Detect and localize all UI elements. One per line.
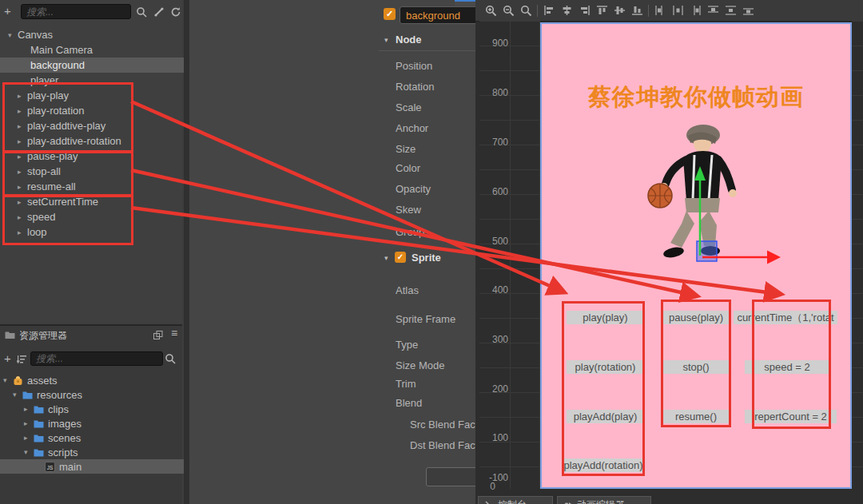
asset-label: resources <box>37 389 82 401</box>
scene-button-play-rotation[interactable]: play(rotation) <box>567 360 644 374</box>
align-left-icon[interactable] <box>540 3 558 18</box>
search-icon[interactable] <box>136 6 147 18</box>
expand-icon: ▸ <box>18 183 27 191</box>
tree-item-player[interactable]: player <box>0 73 213 88</box>
tree-item-label: stop-all <box>27 165 61 177</box>
add-asset-button[interactable]: + <box>4 352 11 365</box>
tree-item-play-rotation[interactable]: ▸ play-rotation <box>0 103 200 118</box>
tree-item-play-addtive-play[interactable]: ▸ play-addtive-play <box>0 118 200 133</box>
player-sprite[interactable] <box>635 121 755 265</box>
scene-button-repertcount[interactable]: repertCount = 2 <box>745 410 837 423</box>
ruler-label: 600 <box>481 186 508 197</box>
assets-search-input[interactable] <box>30 351 163 366</box>
tree-item-pause-play[interactable]: ▸ pause-play <box>0 149 200 164</box>
tree-item-canvas[interactable]: ▾ Canvas <box>0 27 190 42</box>
asset-item-resources[interactable]: ▾ resources <box>0 387 195 402</box>
ruler-label: 700 <box>481 137 508 148</box>
scene-button-play-play[interactable]: play(play) <box>567 311 644 324</box>
hierarchy-search-input[interactable] <box>21 4 131 19</box>
asset-label: images <box>48 418 82 430</box>
align-bottom-icon[interactable] <box>628 3 646 18</box>
tree-item-speed[interactable]: ▸ speed <box>0 209 200 224</box>
scene-button-playadd-play[interactable]: playAdd(play) <box>567 410 644 423</box>
asset-item-scripts[interactable]: ▾ scripts <box>0 445 206 459</box>
asset-label: scenes <box>48 432 81 444</box>
sprite-frame-label: Sprite Frame <box>396 313 455 325</box>
scene-button-pause-play[interactable]: pause(play) <box>661 311 731 324</box>
scene-button-speed[interactable]: speed = 2 <box>745 360 829 374</box>
zoom-out-icon[interactable] <box>499 3 517 18</box>
scene-button-setcurrenttime[interactable]: currentTime（1,'rotat <box>734 311 837 324</box>
expand-all-icon[interactable] <box>153 6 165 18</box>
tree-item-stop-all[interactable]: ▸ stop-all <box>0 164 200 179</box>
align-h-center-icon[interactable] <box>558 3 575 18</box>
ruler-label: 200 <box>481 383 508 395</box>
tab-animation-editor[interactable]: 动画编辑器 <box>557 496 651 504</box>
panel-menu-icon[interactable]: ≡ <box>171 327 177 339</box>
folder-icon <box>34 405 44 414</box>
distribute-h-center-icon[interactable] <box>669 3 686 18</box>
tree-item-label: Canvas <box>18 29 53 41</box>
popout-icon[interactable] <box>153 331 163 339</box>
assets-root-icon <box>13 375 23 386</box>
ruler-label: 800 <box>481 87 508 98</box>
size-label: Size <box>396 143 416 155</box>
collapse-icon[interactable]: ▾ <box>384 254 388 262</box>
zoom-in-icon[interactable] <box>482 3 499 18</box>
tree-item-label: play-addtive-rotation <box>27 135 121 147</box>
distribute-top-icon[interactable] <box>704 3 722 18</box>
ruler-label: 400 <box>481 284 508 296</box>
expand-icon: ▸ <box>18 198 27 206</box>
tab-console[interactable]: 控制台 <box>478 496 553 504</box>
sort-icon[interactable] <box>17 355 27 364</box>
collapse-icon: ▾ <box>3 376 13 384</box>
refresh-icon[interactable] <box>170 6 181 18</box>
tree-item-play-play[interactable]: ▸ play-play <box>0 88 200 103</box>
asset-item-clips[interactable]: ▸ clips <box>0 402 206 416</box>
add-node-button[interactable]: + <box>4 5 11 18</box>
tree-item-label: resume-all <box>27 181 76 192</box>
scene-button-playadd-rotation[interactable]: playAdd(rotation) <box>562 458 645 472</box>
expand-icon: ▸ <box>24 405 34 413</box>
align-right-icon[interactable] <box>575 3 593 18</box>
expand-icon: ▸ <box>18 153 27 161</box>
align-v-center-icon[interactable] <box>610 3 628 18</box>
distribute-bottom-icon[interactable] <box>739 3 757 18</box>
scene-button-resume[interactable]: resume() <box>661 410 731 423</box>
ruler-label: 0 <box>468 481 495 492</box>
asset-item-assets[interactable]: ▾ assets <box>0 373 185 387</box>
tree-item-label: play-play <box>27 89 69 101</box>
trim-label: Trim <box>396 378 416 390</box>
distribute-right-icon[interactable] <box>686 3 704 18</box>
folder-icon <box>34 434 44 442</box>
scene-button-stop[interactable]: stop() <box>661 360 731 374</box>
asset-item-scenes[interactable]: ▸ scenes <box>0 431 206 445</box>
collapse-icon: ▾ <box>13 391 22 399</box>
panel-folder-icon <box>5 330 15 339</box>
folder-icon <box>34 419 44 428</box>
expand-icon: ▸ <box>18 228 27 236</box>
distribute-v-center-icon[interactable] <box>722 3 739 18</box>
search-icon[interactable] <box>165 353 176 364</box>
scene-toolbar <box>475 0 863 22</box>
tree-item-resume-all[interactable]: ▸ resume-all <box>0 179 200 194</box>
sprite-enabled-checkbox[interactable]: ✓ <box>395 252 406 263</box>
tree-item-background[interactable]: background <box>0 58 213 73</box>
blend-label: Blend <box>396 397 422 409</box>
tree-item-loop[interactable]: ▸ loop <box>0 224 200 240</box>
asset-item-images[interactable]: ▸ images <box>0 416 206 431</box>
tree-item-play-addtive-rotation[interactable]: ▸ play-addtive-rotation <box>0 133 200 149</box>
ruler-label: 500 <box>481 236 508 247</box>
atlas-label: Atlas <box>396 284 419 296</box>
tree-item-setcurrenttime[interactable]: ▸ setCurrentTime <box>0 194 200 209</box>
node-active-checkbox[interactable]: ✓ <box>384 8 396 20</box>
scale-label: Scale <box>396 101 422 113</box>
zoom-reset-icon[interactable] <box>517 3 535 18</box>
tree-item-main-camera[interactable]: Main Camera <box>0 42 213 58</box>
collapse-icon[interactable]: ▾ <box>384 36 388 44</box>
distribute-left-icon[interactable] <box>651 3 669 18</box>
tree-item-label: play-addtive-play <box>27 120 105 132</box>
expand-icon: ▸ <box>18 168 27 176</box>
ruler-label: 300 <box>481 334 508 345</box>
align-top-icon[interactable] <box>593 3 610 18</box>
